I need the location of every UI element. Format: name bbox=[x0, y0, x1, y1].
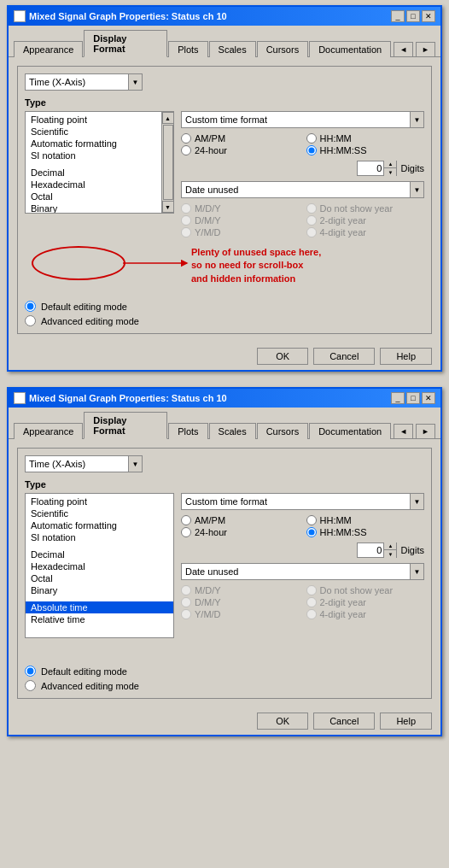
tab-appearance-2[interactable]: Appearance bbox=[14, 423, 83, 439]
type-item-si-2[interactable]: SI notation bbox=[26, 531, 173, 543]
type-item-auto-2[interactable]: Automatic formatting bbox=[26, 519, 173, 531]
radio-advanced-mode-input-2[interactable] bbox=[25, 680, 36, 691]
radio-mdy-1[interactable]: M/D/Y bbox=[181, 203, 300, 214]
radio-hhmm-input-2[interactable] bbox=[306, 515, 317, 525]
type-item-scientific-1[interactable]: Scientific bbox=[26, 126, 161, 138]
radio-24hour-2[interactable]: 24-hour bbox=[181, 527, 300, 537]
ok-button-2[interactable]: OK bbox=[257, 713, 308, 730]
format-select-arrow-1[interactable]: ▼ bbox=[410, 112, 423, 127]
minimize-button-1[interactable]: _ bbox=[391, 10, 405, 22]
type-item-scientific-2[interactable]: Scientific bbox=[26, 507, 173, 519]
radio-ymd-2[interactable]: Y/M/D bbox=[181, 609, 300, 619]
axis-select-control-2[interactable]: Time (X-Axis) ▼ bbox=[25, 455, 143, 472]
radio-noyear-input-1[interactable] bbox=[306, 203, 317, 214]
ok-button-1[interactable]: OK bbox=[257, 348, 308, 365]
tab-documentation-2[interactable]: Documentation bbox=[309, 423, 391, 439]
maximize-button-2[interactable]: □ bbox=[406, 392, 420, 404]
radio-dmy-input-2[interactable] bbox=[181, 597, 191, 607]
date-select-arrow-2[interactable]: ▼ bbox=[410, 564, 423, 579]
scroll-up-1[interactable]: ▲ bbox=[162, 112, 174, 124]
tab-display-format-2[interactable]: Display Format bbox=[84, 412, 167, 439]
help-button-2[interactable]: Help bbox=[380, 713, 432, 730]
radio-ymd-input-1[interactable] bbox=[181, 227, 191, 238]
radio-ampm-2[interactable]: AM/PM bbox=[181, 515, 300, 525]
type-item-binary-2[interactable]: Binary bbox=[26, 584, 173, 596]
type-item-absolute-2[interactable]: Absolute time bbox=[26, 601, 173, 613]
radio-noyear-1[interactable]: Do not show year bbox=[306, 203, 425, 214]
type-list-2[interactable]: Floating point Scientific Automatic form… bbox=[25, 493, 174, 638]
tab-display-format-1[interactable]: Display Format bbox=[84, 30, 167, 57]
tab-left-arrow-2[interactable]: ◄ bbox=[394, 424, 413, 438]
format-select-control-2[interactable]: Custom time format ▼ bbox=[181, 493, 424, 510]
tab-cursors-2[interactable]: Cursors bbox=[257, 423, 309, 439]
date-select-arrow-1[interactable]: ▼ bbox=[410, 182, 423, 197]
format-select-control-1[interactable]: Custom time format ▼ bbox=[181, 111, 424, 128]
tab-right-arrow-2[interactable]: ► bbox=[416, 424, 435, 438]
spin-down-btn-1[interactable]: ▼ bbox=[384, 168, 396, 176]
minimize-button-2[interactable]: _ bbox=[391, 392, 405, 404]
type-list-1[interactable]: Floating point Scientific Automatic form… bbox=[25, 111, 174, 214]
digits-input-1[interactable] bbox=[358, 163, 383, 173]
tab-cursors-1[interactable]: Cursors bbox=[257, 41, 309, 57]
format-select-2[interactable]: Custom time format bbox=[182, 496, 410, 507]
type-item-hex-1[interactable]: Hexadecimal bbox=[26, 179, 161, 191]
tab-right-arrow-1[interactable]: ► bbox=[416, 42, 435, 56]
date-select-control-2[interactable]: Date unused ▼ bbox=[181, 563, 424, 580]
tab-plots-1[interactable]: Plots bbox=[168, 41, 207, 57]
type-item-floating-2[interactable]: Floating point bbox=[26, 496, 173, 507]
radio-noyear-2[interactable]: Do not show year bbox=[306, 585, 425, 595]
radio-hhmmss-2[interactable]: HH:MM:SS bbox=[306, 527, 425, 537]
radio-mdy-input-1[interactable] bbox=[181, 203, 191, 214]
radio-4digityear-input-2[interactable] bbox=[306, 609, 317, 619]
tab-plots-2[interactable]: Plots bbox=[168, 423, 207, 439]
radio-hhmmss-input-2[interactable] bbox=[306, 527, 317, 537]
type-item-floating-1[interactable]: Floating point bbox=[26, 114, 161, 126]
radio-4digityear-1[interactable]: 4-digit year bbox=[306, 227, 425, 238]
radio-24hour-input-2[interactable] bbox=[181, 527, 191, 537]
radio-hhmm-input-1[interactable] bbox=[306, 133, 317, 144]
cancel-button-1[interactable]: Cancel bbox=[313, 348, 375, 365]
help-button-1[interactable]: Help bbox=[380, 348, 432, 365]
date-select-2[interactable]: Date unused bbox=[182, 566, 410, 578]
radio-hhmmss-1[interactable]: HH:MM:SS bbox=[306, 145, 425, 155]
type-item-decimal-1[interactable]: Decimal bbox=[26, 167, 161, 179]
tab-scales-1[interactable]: Scales bbox=[209, 41, 256, 57]
radio-ampm-input-1[interactable] bbox=[181, 133, 191, 144]
scroll-thumb-1[interactable] bbox=[163, 125, 173, 200]
radio-default-mode-input-1[interactable] bbox=[25, 301, 36, 312]
radio-default-mode-2[interactable]: Default editing mode bbox=[25, 666, 424, 677]
spin-down-btn-2[interactable]: ▼ bbox=[384, 550, 396, 558]
tab-appearance-1[interactable]: Appearance bbox=[14, 41, 83, 57]
radio-dmy-input-1[interactable] bbox=[181, 215, 191, 226]
radio-24hour-input-1[interactable] bbox=[181, 145, 191, 155]
format-select-arrow-2[interactable]: ▼ bbox=[410, 494, 423, 509]
scroll-down-1[interactable]: ▼ bbox=[162, 201, 174, 213]
radio-noyear-input-2[interactable] bbox=[306, 585, 317, 595]
axis-select-control-1[interactable]: Time (X-Axis) ▼ bbox=[25, 73, 143, 91]
digits-input-2[interactable] bbox=[358, 545, 383, 555]
radio-2digityear-input-2[interactable] bbox=[306, 597, 317, 607]
digits-spinbox-2[interactable]: ▲ ▼ bbox=[357, 542, 397, 558]
tab-documentation-1[interactable]: Documentation bbox=[309, 41, 391, 57]
date-select-1[interactable]: Date unused bbox=[182, 184, 410, 196]
digits-spinbox-1[interactable]: ▲ ▼ bbox=[357, 161, 397, 176]
close-button-1[interactable]: ✕ bbox=[422, 10, 435, 22]
radio-4digityear-input-1[interactable] bbox=[306, 227, 317, 238]
cancel-button-2[interactable]: Cancel bbox=[313, 713, 375, 730]
radio-advanced-mode-1[interactable]: Advanced editing mode bbox=[25, 315, 424, 326]
type-item-relative-2[interactable]: Relative time bbox=[26, 613, 173, 625]
radio-2digityear-1[interactable]: 2-digit year bbox=[306, 215, 425, 226]
type-item-auto-1[interactable]: Automatic formatting bbox=[26, 138, 161, 150]
type-item-hex-2[interactable]: Hexadecimal bbox=[26, 560, 173, 572]
radio-hhmmss-input-1[interactable] bbox=[306, 145, 317, 155]
radio-hhmm-2[interactable]: HH:MM bbox=[306, 515, 425, 525]
axis-select-1[interactable]: Time (X-Axis) bbox=[26, 76, 128, 88]
tab-left-arrow-1[interactable]: ◄ bbox=[394, 42, 413, 56]
type-item-octal-1[interactable]: Octal bbox=[26, 191, 161, 202]
type-item-binary-1[interactable]: Binary bbox=[26, 202, 161, 213]
radio-ymd-1[interactable]: Y/M/D bbox=[181, 227, 300, 238]
type-item-octal-2[interactable]: Octal bbox=[26, 572, 173, 584]
radio-advanced-mode-2[interactable]: Advanced editing mode bbox=[25, 680, 424, 691]
radio-default-mode-1[interactable]: Default editing mode bbox=[25, 301, 424, 312]
radio-24hour-1[interactable]: 24-hour bbox=[181, 145, 300, 155]
